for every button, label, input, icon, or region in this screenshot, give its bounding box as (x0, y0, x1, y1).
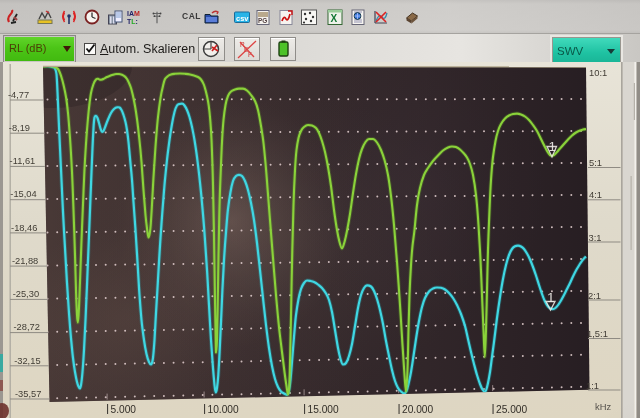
svg-text:kHz: kHz (595, 401, 611, 412)
svg-text:X: X (331, 13, 338, 24)
svg-text:10.000: 10.000 (208, 404, 239, 415)
svg-text:3:1: 3:1 (589, 232, 602, 243)
svg-text:-28,72: -28,72 (14, 322, 40, 332)
svg-text:5:1: 5:1 (589, 157, 602, 168)
svg-text:PG: PG (258, 17, 267, 24)
svg-text:15.000: 15.000 (308, 404, 339, 415)
svg-text:1: 1 (549, 139, 557, 154)
svg-text:-18,46: -18,46 (11, 223, 37, 233)
svg-text:csv: csv (236, 14, 249, 23)
svg-text:1:1: 1:1 (586, 380, 599, 391)
svg-text:1: 1 (547, 290, 555, 305)
svg-text:-25,30: -25,30 (13, 289, 39, 299)
svg-text:-21,88: -21,88 (12, 256, 38, 266)
svg-text:-35,57: -35,57 (15, 389, 41, 399)
svg-text:IAM: IAM (127, 10, 140, 17)
svg-text:-15,04: -15,04 (10, 189, 36, 199)
svg-text:-11,61: -11,61 (10, 156, 36, 166)
svg-text:-8,19: -8,19 (9, 123, 30, 133)
svg-text:2:1: 2:1 (588, 290, 601, 301)
svg-text:5.000: 5.000 (111, 404, 137, 415)
svg-text:4:1: 4:1 (589, 189, 602, 200)
svg-text:-32,15: -32,15 (14, 356, 40, 366)
svg-text:-4,77: -4,77 (8, 90, 29, 100)
svg-text:25.000: 25.000 (496, 404, 527, 415)
svg-text:1,5:1: 1,5:1 (587, 328, 608, 339)
svg-text:TL:: TL: (127, 18, 138, 25)
svg-text:10:1: 10:1 (589, 67, 607, 78)
svg-text:20.000: 20.000 (402, 404, 433, 415)
